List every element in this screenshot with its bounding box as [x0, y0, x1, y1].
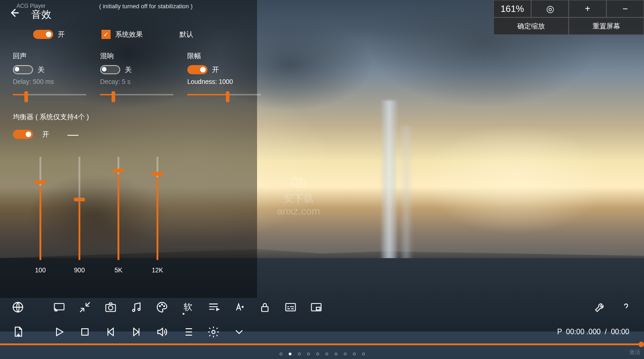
page-dot[interactable]	[280, 353, 282, 355]
svg-rect-9	[262, 307, 268, 312]
limiter-toggle[interactable]	[187, 65, 207, 74]
eq-band-12K[interactable]: 12K	[148, 157, 167, 274]
svg-point-6	[159, 306, 160, 307]
zoom-out-icon[interactable]: −	[606, 0, 644, 17]
svg-rect-13	[82, 329, 88, 335]
eq-band-5K[interactable]: 5K	[109, 157, 128, 274]
reverb-toggle[interactable]	[100, 65, 120, 74]
page-dot[interactable]	[335, 353, 337, 355]
reverb-caption: Decay: 5 s	[100, 78, 174, 85]
limiter-toggle-label: 开	[212, 66, 219, 74]
bottom-toolbar: ▸软 P 00:00 .000 / 00:00	[0, 290, 644, 341]
svg-point-7	[162, 304, 162, 305]
echo-caption: Delay: 500 ms	[13, 78, 86, 85]
zoom-level[interactable]: 161%	[493, 0, 531, 17]
compress-icon[interactable]	[75, 298, 95, 317]
app-title: ACG Player	[17, 3, 45, 9]
page-dot[interactable]	[316, 353, 319, 355]
reverb-title: 混响	[100, 52, 174, 61]
cast-icon[interactable]	[50, 298, 69, 317]
page-dot[interactable]	[362, 353, 365, 355]
subtitle-icon[interactable]	[281, 298, 300, 317]
svg-point-14	[212, 331, 215, 334]
page-dot[interactable]	[325, 353, 328, 355]
reverb-section: 混响 关 Decay: 5 s	[100, 52, 174, 99]
audio-effects-toggle[interactable]	[33, 30, 53, 39]
previous-icon[interactable]	[101, 322, 120, 342]
echo-section: 回声 关 Delay: 500 ms	[13, 52, 86, 99]
chapter-list-icon[interactable]	[178, 322, 197, 342]
lock-icon[interactable]	[255, 298, 274, 317]
toolbar-row-2: P 00:00 .000 / 00:00	[8, 320, 636, 344]
reset-screen-button[interactable]: 重置屏幕	[569, 17, 644, 35]
limiter-section: 限幅 开 Loudness: 1000	[187, 52, 261, 99]
svg-point-4	[133, 309, 135, 312]
echo-toggle[interactable]	[13, 65, 33, 74]
zoom-in-icon[interactable]: +	[569, 0, 606, 17]
page-dot[interactable]	[307, 353, 310, 355]
default-option[interactable]: 默认	[179, 30, 193, 39]
echo-title: 回声	[13, 52, 86, 61]
next-icon[interactable]	[127, 322, 146, 342]
volume-icon[interactable]	[152, 322, 172, 342]
fountain-jet	[380, 100, 398, 284]
camera-icon[interactable]	[101, 298, 120, 317]
echo-toggle-label: 关	[38, 66, 45, 74]
playlist-icon[interactable]	[204, 298, 223, 317]
equalizer-remove-icon[interactable]: —	[67, 128, 78, 141]
music-icon[interactable]	[127, 298, 146, 317]
echo-slider[interactable]	[13, 90, 86, 99]
file-add-icon[interactable]	[8, 322, 28, 342]
panel-title: 音效	[31, 8, 51, 22]
svg-rect-10	[286, 304, 296, 311]
confirm-zoom-button[interactable]: 确定缩放	[493, 17, 569, 35]
audio-effects-toggle-label: 开	[58, 30, 65, 39]
page-dot[interactable]	[344, 353, 347, 355]
svg-point-8	[164, 306, 165, 307]
page-dot[interactable]	[289, 353, 291, 355]
settings-gear-icon[interactable]	[204, 322, 223, 342]
wrench-icon[interactable]	[591, 298, 610, 317]
eq-band-900[interactable]: 900	[70, 157, 89, 274]
toolbar-row-1: ▸软	[8, 295, 636, 320]
audio-effects-panel: ACG Player ( initially turned off for st…	[0, 0, 257, 298]
svg-point-5	[138, 308, 140, 310]
reverb-toggle-label: 关	[125, 66, 132, 74]
target-icon[interactable]: ◎	[531, 0, 569, 17]
globe-icon[interactable]	[8, 298, 28, 317]
reverb-slider[interactable]	[100, 90, 174, 99]
palette-icon[interactable]	[152, 298, 172, 317]
pip-icon[interactable]	[307, 298, 326, 317]
system-effect-label: 系统效果	[115, 30, 143, 39]
page-dot[interactable]	[298, 353, 301, 355]
chevron-down-icon[interactable]	[230, 322, 249, 342]
system-effect-checkbox[interactable]: ✓	[101, 30, 111, 39]
progress-bar[interactable]	[0, 343, 644, 345]
limiter-slider[interactable]	[187, 90, 261, 99]
equalizer-toggle-label: 开	[42, 130, 49, 139]
soft-decode-button[interactable]: ▸软	[178, 298, 197, 317]
help-icon[interactable]	[616, 298, 636, 317]
page-dot[interactable]	[353, 353, 356, 355]
stabilization-note: ( initially turned off for stabilization…	[99, 3, 193, 10]
font-icon[interactable]	[230, 298, 249, 317]
equalizer-toggle[interactable]	[13, 130, 33, 139]
svg-point-3	[108, 306, 112, 310]
watermark-logo: 🛍 安下载 anxz.com	[277, 172, 320, 217]
activate-windows-text: 激活	[629, 348, 640, 356]
equalizer-title: 均衡器 ( 系统仅支持4个 )	[13, 113, 244, 122]
top-right-controls: 161% ◎ + − 确定缩放 重置屏幕	[493, 0, 644, 35]
eq-band-100[interactable]: 100	[31, 157, 50, 274]
stop-icon[interactable]	[75, 322, 95, 342]
play-icon[interactable]	[50, 322, 69, 342]
time-display: P 00:00 .000 / 00:00	[557, 328, 629, 336]
limiter-caption: Loudness: 1000	[187, 78, 261, 85]
page-indicator[interactable]	[280, 353, 365, 355]
limiter-title: 限幅	[187, 52, 261, 61]
svg-rect-12	[316, 307, 320, 310]
